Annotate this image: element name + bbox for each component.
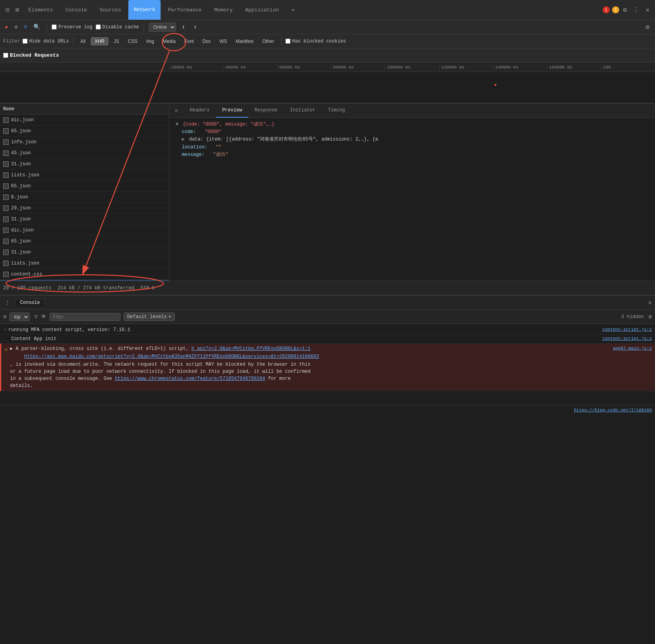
detail-tab-response[interactable]: Response [248,104,284,118]
arrow-icon-2 [3,335,9,342]
tab-elements[interactable]: Elements [23,0,58,20]
file-item-dicjson[interactable]: dic.json [0,115,169,126]
filter-img[interactable]: Img [143,38,157,45]
file-item-infojson[interactable]: info.json [0,137,169,148]
console-settings-icon[interactable]: ⚙ [649,313,652,320]
tab-more[interactable]: » [286,0,300,20]
blocked-requests-checkbox[interactable] [3,53,8,58]
filter-other[interactable]: Other [259,38,277,45]
detail-close-button[interactable]: ✕ [169,104,183,118]
disable-cache-check[interactable]: Disable cache [96,24,139,30]
tab-network[interactable]: Network [128,0,161,20]
download-icon[interactable]: ⬇ [191,22,200,32]
hide-data-urls-check[interactable]: Hide data URLs [22,39,69,44]
baidu-api-link[interactable]: https://api.map.baidu.com/getscript?v=2.… [24,354,319,359]
console-link-error[interactable]: app97.main.js:1 [613,345,652,352]
has-blocked-cookies-check[interactable]: Has blocked cookies [285,39,346,44]
detail-tab-initiator[interactable]: Initiator [283,104,322,118]
file-item-listsjson-1[interactable]: lists.json [0,170,169,181]
file-item-29json[interactable]: 29.json [0,203,169,214]
blocked-requests-check[interactable]: Blocked Requests [3,52,59,58]
bottom-url-bar: https://blog.csdn.net/lj188266 [0,405,655,415]
file-item-dicjson-2[interactable]: dic.json [0,225,169,236]
file-item-8json[interactable]: 8.json [0,192,169,203]
tab-application[interactable]: Application [240,0,285,20]
tab-performance[interactable]: Performance [162,0,207,20]
file-item-access-token[interactable]: ?access_token=&admissions=¢ral=&departme… [0,280,169,281]
filter-doc[interactable]: Doc [199,38,214,45]
preserve-log-checkbox[interactable] [52,24,57,30]
file-item-contentcss[interactable]: content.css [0,269,169,280]
more-icon[interactable]: ⋮ [631,5,642,15]
file-item-listsjson-2[interactable]: lists.json [0,258,169,269]
settings-icon[interactable]: ⚙ [621,5,629,15]
chromestatus-link[interactable]: https://www.chromestatus.com/feature/571… [115,376,265,381]
filter-css[interactable]: CSS [125,38,141,45]
file-icon [3,128,9,134]
filter-manifest[interactable]: Manifest [233,38,257,45]
console-tab[interactable]: Console [15,299,45,307]
tab-console[interactable]: Console [60,0,93,20]
filter-js[interactable]: JS [111,38,122,45]
detail-tab-preview[interactable]: Preview [216,104,248,118]
console-expand-icon[interactable]: ▽ [34,313,37,320]
filter-xhr[interactable]: XHR [91,37,108,45]
console-link-1[interactable]: content-script.js:1 [603,326,652,333]
console-toolbar: ⊘ top ▽ 👁 Default levels ▾ 3 hidden ⚙ [0,310,655,324]
detail-tab-headers[interactable]: Headers [183,104,216,118]
preserve-log-check[interactable]: Preserve log [52,24,92,30]
has-blocked-cookies-checkbox[interactable] [285,39,290,44]
bottom-url[interactable]: https://blog.csdn.net/lj188266 [574,408,652,413]
file-item-31json-3[interactable]: 31.json [0,247,169,258]
upload-icon[interactable]: ⬆ [179,22,188,32]
filter-all[interactable]: All [77,38,89,45]
clear-icon[interactable]: ⊘ [13,23,19,31]
tab-sources[interactable]: Sources [94,0,127,20]
file-item-45json[interactable]: 45.json [0,148,169,159]
expand-arrow-1[interactable]: ▶ [182,137,185,142]
file-list: Name dic.json 65.json info.json 45.json [0,104,169,281]
console-eye-icon[interactable]: 👁 [41,314,46,320]
filter-media[interactable]: Media [159,38,179,45]
arrow-icon-1: → [3,326,6,333]
throttle-select[interactable]: Online [149,23,176,31]
record-icon[interactable]: ● [3,23,9,31]
timeline-canvas[interactable] [0,72,655,104]
collapse-arrow-1[interactable]: ▼ [176,122,178,127]
settings-network-icon[interactable]: ⚙ [643,22,652,32]
file-icon [3,150,9,156]
file-icon [3,139,9,145]
filter-font[interactable]: Font [181,38,197,45]
console-context-select[interactable]: top [9,313,30,321]
console-clear-icon[interactable]: ⊘ [3,313,6,320]
json-data-line: ▶ data: {item: [{address: "河南省开封市明伦街85号"… [176,136,649,143]
filter-ws[interactable]: WS [216,38,230,45]
file-item-31json-2[interactable]: 31.json [0,214,169,225]
api-link[interactable]: h api?v=2.0&ak=MVCztbg…PfVREgvD8GN8L&s=1… [191,346,310,352]
device-icon[interactable]: ⊞ [13,6,21,15]
file-item-65json-2[interactable]: 65.json [0,181,169,192]
network-toolbar: ● ⊘ ▽ 🔍 Preserve log Disable cache Onlin… [0,20,655,34]
file-icon [3,217,9,222]
console-levels-button[interactable]: Default levels ▾ [124,313,175,321]
timeline-mark-1: 20000 ms [169,65,223,70]
filter-icon[interactable]: ▽ [22,23,29,31]
console-close-button[interactable]: ✕ [648,299,652,307]
filter-label: Filter [3,39,20,44]
console-link-2[interactable]: content-script.js:1 [603,335,652,342]
console-drag-icon[interactable]: ⋮ [3,298,12,307]
json-preview: ▼ {code: "0000", message: "成功",…} code: … [169,118,655,162]
console-filter-input[interactable] [50,313,120,321]
search-icon[interactable]: 🔍 [32,23,42,31]
file-item-65json-3[interactable]: 65.json [0,236,169,247]
disable-cache-checkbox[interactable] [96,24,101,30]
close-icon[interactable]: ✕ [643,5,652,15]
hide-data-urls-checkbox[interactable] [22,39,28,44]
inspect-icon[interactable]: ⊡ [3,6,11,15]
tab-memory[interactable]: Memory [209,0,238,20]
devtools-topbar: ⊡ ⊞ Elements Console Sources Network Per… [0,0,655,20]
warn-badge: 2 [612,6,619,13]
detail-tab-timing[interactable]: Timing [322,104,351,118]
file-item-31json-1[interactable]: 31.json [0,159,169,170]
file-item-65json-1[interactable]: 65.json [0,126,169,137]
